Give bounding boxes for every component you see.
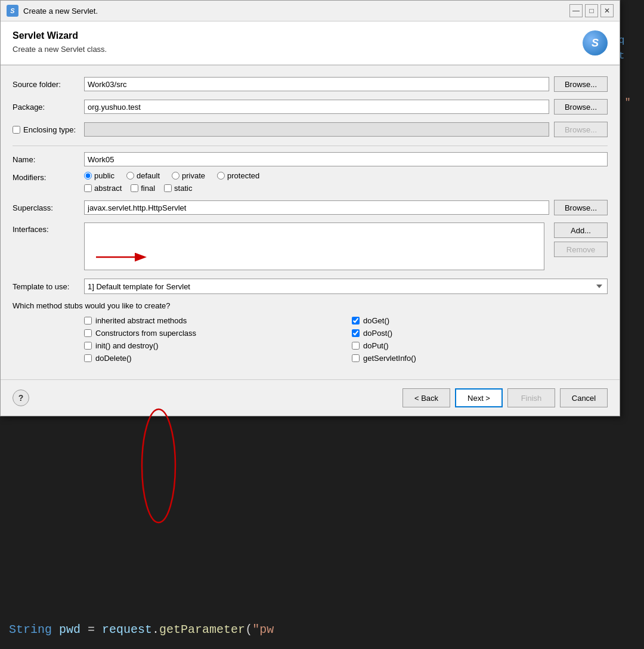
- stub-doput-cb[interactable]: [352, 342, 360, 350]
- stub-inherited-abstract-cb[interactable]: [84, 317, 92, 324]
- static-checkbox[interactable]: [164, 184, 172, 192]
- modifiers-section: Modifiers: public default private: [13, 171, 608, 193]
- close-button[interactable]: ✕: [600, 4, 614, 17]
- stub-dopost-cb[interactable]: [352, 329, 360, 337]
- source-folder-browse-button[interactable]: Browse...: [554, 76, 608, 92]
- maximize-button[interactable]: □: [585, 4, 598, 17]
- modifiers-label: Modifiers:: [13, 171, 84, 182]
- source-folder-label: Source folder:: [13, 80, 84, 89]
- stub-constructors-cb[interactable]: [84, 329, 92, 337]
- dialog-icon: S: [7, 5, 18, 17]
- source-folder-row: Source folder: Browse...: [13, 76, 608, 92]
- method-stubs-title: Which method stubs would you like to cre…: [13, 301, 608, 310]
- stub-init-destroy-cb[interactable]: [84, 342, 92, 350]
- package-label: Package:: [13, 103, 84, 112]
- finish-button[interactable]: Finish: [507, 388, 555, 407]
- servlet-wizard-dialog: S Create a new Servlet. — □ ✕ Servlet Wi…: [0, 0, 620, 416]
- name-row: Name:: [13, 152, 608, 166]
- cb-abstract[interactable]: abstract: [84, 184, 122, 193]
- code-bottom-line: String pwd = request.getParameter("pw: [0, 610, 644, 649]
- enclosing-type-checkbox[interactable]: [13, 126, 20, 134]
- interfaces-add-button[interactable]: Add...: [554, 222, 608, 238]
- minimize-button[interactable]: —: [569, 4, 583, 17]
- stub-getservletinfo[interactable]: getServletInfo(): [352, 354, 608, 363]
- stub-dodelete[interactable]: doDelete(): [84, 354, 340, 363]
- stub-inherited-abstract[interactable]: inherited abstract methods: [84, 316, 340, 325]
- enclosing-type-input[interactable]: [84, 122, 549, 137]
- name-input[interactable]: [84, 152, 608, 166]
- radio-private-input[interactable]: [172, 172, 179, 180]
- dialog-title: Create a new Servlet.: [23, 7, 98, 16]
- back-button[interactable]: < Back: [402, 388, 450, 407]
- stub-init-destroy[interactable]: init() and destroy(): [84, 341, 340, 350]
- template-label: Template to use:: [13, 282, 84, 291]
- help-button[interactable]: ?: [13, 390, 29, 406]
- source-folder-input[interactable]: [84, 77, 549, 91]
- stub-dodelete-cb[interactable]: [84, 354, 92, 362]
- cb-static[interactable]: static: [164, 184, 192, 193]
- stub-constructors[interactable]: Constructors from superclass: [84, 329, 340, 338]
- cb-final[interactable]: final: [131, 184, 155, 193]
- next-button[interactable]: Next >: [455, 388, 503, 407]
- wizard-header: Servlet Wizard Create a new Servlet clas…: [1, 21, 620, 66]
- enclosing-type-row: Enclosing type: Browse...: [13, 122, 608, 137]
- enclosing-type-browse-button[interactable]: Browse...: [554, 122, 608, 137]
- template-select[interactable]: 1] Default template for Servlet: [84, 279, 608, 294]
- package-row: Package: Browse...: [13, 99, 608, 115]
- modifiers-radio-row: public default private protected: [84, 171, 608, 180]
- stub-getservletinfo-cb[interactable]: [352, 354, 360, 362]
- form-area: Source folder: Browse... Package: Browse…: [1, 66, 620, 379]
- abstract-checkbox[interactable]: [84, 184, 92, 192]
- template-row: Template to use: 1] Default template for…: [13, 279, 608, 294]
- radio-private[interactable]: private: [172, 171, 205, 180]
- interfaces-remove-button[interactable]: Remove: [554, 242, 608, 257]
- wizard-subtitle: Create a new Servlet class.: [13, 45, 107, 54]
- stub-doget[interactable]: doGet(): [352, 316, 608, 325]
- final-checkbox[interactable]: [131, 184, 138, 192]
- stub-dopost[interactable]: doPost(): [352, 329, 608, 338]
- stub-doput[interactable]: doPut(): [352, 341, 608, 350]
- radio-default[interactable]: default: [126, 171, 160, 180]
- radio-protected[interactable]: protected: [217, 171, 259, 180]
- superclass-browse-button[interactable]: Browse...: [554, 200, 608, 215]
- interfaces-list: [84, 222, 544, 270]
- interfaces-section: Interfaces: Add... Remove: [13, 222, 608, 270]
- wizard-title: Servlet Wizard: [13, 30, 107, 41]
- stub-doget-cb[interactable]: [352, 317, 360, 324]
- footer-button-group: < Back Next > Finish Cancel: [402, 388, 608, 407]
- title-bar: S Create a new Servlet. — □ ✕: [1, 1, 620, 21]
- superclass-input[interactable]: [84, 200, 549, 215]
- wizard-logo: S: [583, 30, 608, 55]
- radio-public[interactable]: public: [84, 171, 114, 180]
- interfaces-label: Interfaces:: [13, 222, 84, 234]
- package-browse-button[interactable]: Browse...: [554, 99, 608, 115]
- superclass-row: Superclass: Browse...: [13, 200, 608, 215]
- radio-protected-input[interactable]: [217, 172, 225, 180]
- dialog-footer: ? < Back Next > Finish Cancel: [1, 379, 620, 416]
- radio-default-input[interactable]: [126, 172, 134, 180]
- name-label: Name:: [13, 155, 84, 164]
- enclosing-type-label: Enclosing type:: [23, 125, 76, 134]
- cancel-button[interactable]: Cancel: [560, 388, 608, 407]
- superclass-label: Superclass:: [13, 203, 84, 212]
- radio-public-input[interactable]: [84, 172, 92, 180]
- modifiers-checkbox-row: abstract final static: [84, 184, 608, 193]
- svg-point-0: [142, 409, 175, 523]
- package-input[interactable]: [84, 100, 549, 114]
- stubs-grid: inherited abstract methods doGet() Const…: [84, 316, 608, 363]
- method-stubs-section: Which method stubs would you like to cre…: [13, 301, 608, 363]
